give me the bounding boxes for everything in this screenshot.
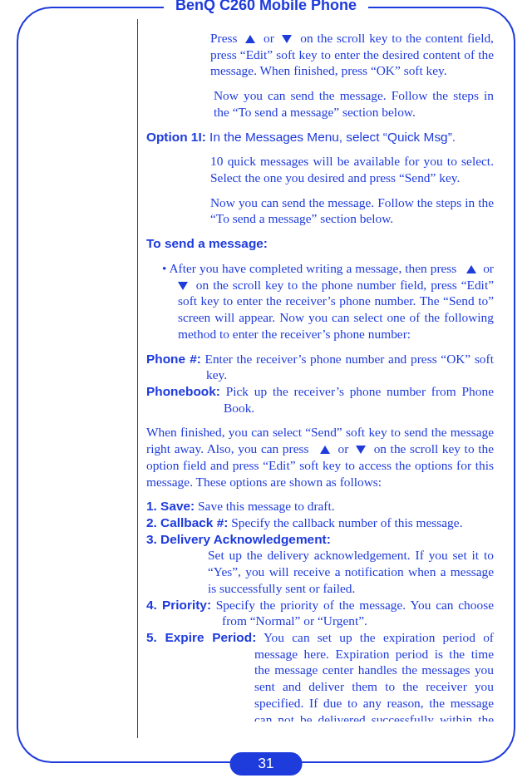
phonebook-line: Phonebook: Pick up the receiver’s phone … [146,383,494,416]
down-arrow-icon [282,35,292,43]
phonebook-text: Pick up the receiver’s phone number from… [224,384,494,415]
phone-num-text: Enter the receiver’s phone number and pr… [205,352,494,382]
opt-priority-label: 4. Priority: [146,598,211,612]
page-number-badge: 31 [230,752,303,776]
phone-num-label: Phone #: [146,352,201,366]
opt-expire-label: 5. Expire Period: [146,630,256,644]
opt-delivery-text: Set up the delivery acknowledgement. If … [146,547,494,596]
phonebook-label: Phonebook: [146,384,220,398]
to-send-heading: To send a message: [146,235,494,252]
vertical-separator [137,19,138,738]
up-arrow-icon [466,265,476,273]
opt-callback: 2. Callback #: Specify the callback numb… [146,515,494,531]
opt-delivery-label: 3. Delivery Acknowledgement: [146,531,494,548]
intro-p2: Now you can send the message. Follow the… [146,87,494,120]
down-arrow-icon [356,446,366,454]
intro-p1: Press or on the scroll key to the conten… [146,30,494,79]
when-finished: When finished, you can select “Send” sof… [146,424,494,490]
option-1i-text1: In the Messages Menu, select “Quick Msg”… [209,130,456,144]
option-1i-line2: 10 quick messages will be available for … [146,153,494,185]
page-title: BenQ C260 Mobile Phone [164,0,368,14]
opt-priority-text: Specify the priority of the message. You… [216,598,494,628]
opt-expire-text: You can set up the expiration period of … [254,630,494,721]
bullet-after: • After you have completed writing a mes… [146,260,494,342]
up-arrow-icon [245,35,255,43]
opt-save: 1. Save: Save this message to draft. [146,498,494,515]
opt-expire: 5. Expire Period: You can set up the exp… [146,629,494,721]
opt-priority: 4. Priority: Specify the priority of the… [146,597,494,629]
opt-save-label: 1. Save: [146,499,195,513]
opt-callback-label: 2. Callback #: [146,515,228,529]
option-1i-label: Option 1I: [146,130,206,144]
option-1i-line3: Now you can send the message. Follow the… [146,195,494,227]
phone-num-line: Phone #: Enter the receiver’s phone numb… [146,351,494,383]
body-text: Press or on the scroll key to the conten… [146,30,494,721]
opt-save-text: Save this message to draft. [198,499,335,513]
opt-callback-text: Specify the callback number of this mess… [231,515,462,529]
option-1i-line1: Option 1I: In the Messages Menu, select … [146,129,494,145]
down-arrow-icon [178,282,188,290]
up-arrow-icon [320,446,330,454]
